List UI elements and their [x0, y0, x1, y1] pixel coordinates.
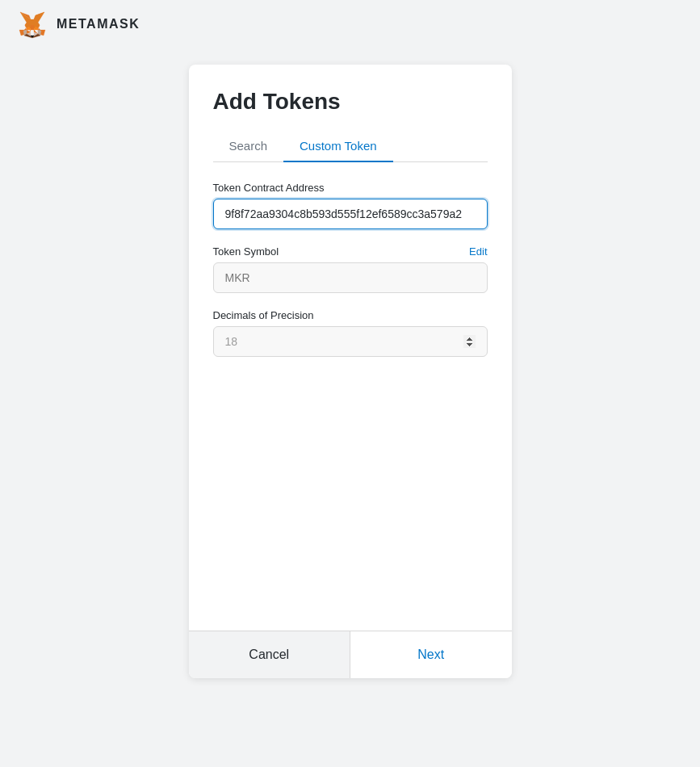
brand-name: METAMASK	[57, 17, 140, 31]
decimals-label: Decimals of Precision	[213, 309, 314, 321]
decimals-input[interactable]	[213, 326, 488, 357]
logo-container: METAMASK	[16, 8, 140, 40]
decimals-label-row: Decimals of Precision	[213, 309, 488, 321]
token-symbol-label-row: Token Symbol Edit	[213, 245, 488, 258]
page-title: Add Tokens	[213, 89, 488, 115]
header: METAMASK	[0, 0, 700, 48]
card-footer: Cancel Next	[189, 631, 512, 678]
contract-address-label: Token Contract Address	[213, 182, 325, 194]
contract-address-input[interactable]	[213, 199, 488, 229]
edit-token-symbol-button[interactable]: Edit	[469, 245, 487, 258]
decimals-group: Decimals of Precision	[213, 309, 488, 357]
card-body: Add Tokens Search Custom Token Token Con…	[189, 65, 512, 631]
token-symbol-input[interactable]	[213, 262, 488, 293]
main-content: Add Tokens Search Custom Token Token Con…	[0, 48, 700, 678]
cancel-button[interactable]: Cancel	[189, 631, 350, 678]
token-symbol-label: Token Symbol	[213, 245, 279, 258]
add-tokens-card: Add Tokens Search Custom Token Token Con…	[189, 65, 512, 678]
metamask-logo-icon	[16, 8, 48, 40]
contract-address-group: Token Contract Address	[213, 182, 488, 229]
contract-address-label-row: Token Contract Address	[213, 182, 488, 194]
next-button[interactable]: Next	[350, 631, 512, 678]
tab-custom-token[interactable]: Custom Token	[283, 131, 393, 162]
tab-search[interactable]: Search	[213, 131, 284, 162]
token-symbol-group: Token Symbol Edit	[213, 245, 488, 293]
tabs-container: Search Custom Token	[213, 131, 488, 162]
